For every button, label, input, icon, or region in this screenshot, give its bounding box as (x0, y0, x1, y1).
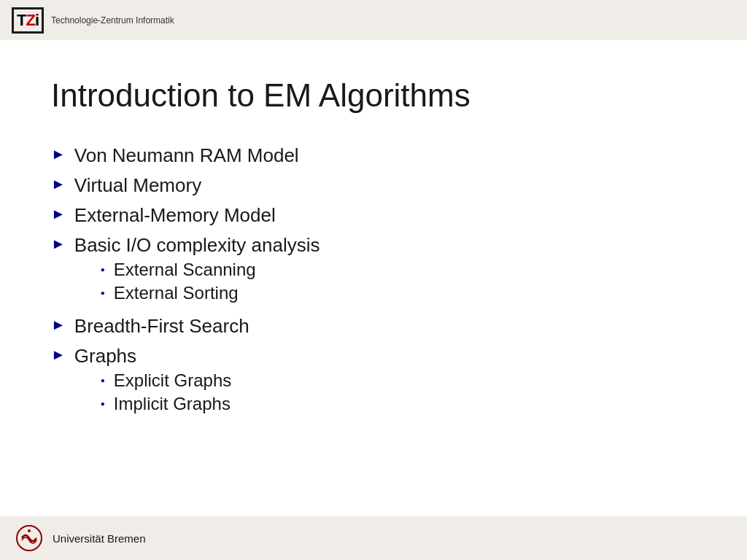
slide-content: Introduction to EM Algorithms ► Von Neum… (0, 40, 747, 516)
slide-container: TZi Technologie-Zentrum Informatik Intro… (0, 0, 747, 560)
bullet-item-2: ► Virtual Memory (51, 174, 696, 197)
sub-item-4-1: ● External Scanning (101, 260, 320, 280)
tzi-logo-mark: TZi (12, 7, 44, 34)
logo-i: i (35, 11, 39, 30)
bullet-text-6: Graphs (74, 345, 136, 367)
svg-point-1 (28, 529, 31, 532)
tzi-tagline: Technologie-Zentrum Informatik (51, 15, 174, 26)
slide-title: Introduction to EM Algorithms (51, 77, 696, 115)
sub-item-text-6-2: Implicit Graphs (114, 394, 231, 414)
bullet-text-4: Basic I/O complexity analysis (74, 234, 320, 256)
sub-bullet-icon-6-2: ● (101, 400, 105, 408)
sub-item-6-1: ● Explicit Graphs (101, 370, 231, 391)
logo-z: Z (26, 11, 34, 30)
arrow-icon-6: ► (51, 346, 66, 363)
logo-t: T (17, 11, 26, 30)
arrow-icon-2: ► (51, 176, 66, 192)
sub-list-6: ● Explicit Graphs ● Implicit Graphs (101, 370, 231, 414)
sub-item-text-6-1: Explicit Graphs (114, 370, 231, 391)
footer-bar: Universität Bremen (0, 516, 747, 560)
bullet-item-4: ► Basic I/O complexity analysis ● Extern… (51, 234, 696, 308)
arrow-icon-5: ► (51, 316, 66, 333)
university-logo-icon (15, 524, 44, 553)
sub-bullet-icon-6-1: ● (101, 376, 105, 384)
sub-list-4: ● External Scanning ● External Sorting (101, 260, 320, 303)
bullet-item-3: ► External-Memory Model (51, 204, 696, 227)
bullet-item-1: ► Von Neumann RAM Model (51, 144, 696, 167)
sub-bullet-icon-4-1: ● (101, 265, 105, 273)
university-name: Universität Bremen (53, 532, 146, 545)
sub-item-4-2: ● External Sorting (101, 283, 320, 303)
sub-bullet-icon-4-2: ● (101, 289, 105, 297)
header-bar: TZi Technologie-Zentrum Informatik (0, 0, 496, 40)
bullet-text-3: External-Memory Model (74, 204, 276, 227)
bullet-text-2: Virtual Memory (74, 174, 201, 197)
sub-item-text-4-2: External Sorting (114, 283, 239, 303)
main-bullet-list: ► Von Neumann RAM Model ► Virtual Memory… (51, 144, 696, 426)
header-right-bg (496, 0, 747, 40)
arrow-icon-1: ► (51, 146, 66, 163)
arrow-icon-3: ► (51, 206, 66, 222)
bullet-text-5: Breadth-First Search (74, 315, 249, 338)
sub-item-text-4-1: External Scanning (114, 260, 256, 280)
bullet-item-5: ► Breadth-First Search (51, 315, 696, 338)
bullet-text-1: Von Neumann RAM Model (74, 144, 299, 167)
tzi-logo: TZi Technologie-Zentrum Informatik (12, 7, 174, 34)
sub-item-6-2: ● Implicit Graphs (101, 394, 231, 414)
arrow-icon-4: ► (51, 236, 66, 252)
bullet-item-6: ► Graphs ● Explicit Graphs ● Implicit Gr… (51, 345, 696, 419)
